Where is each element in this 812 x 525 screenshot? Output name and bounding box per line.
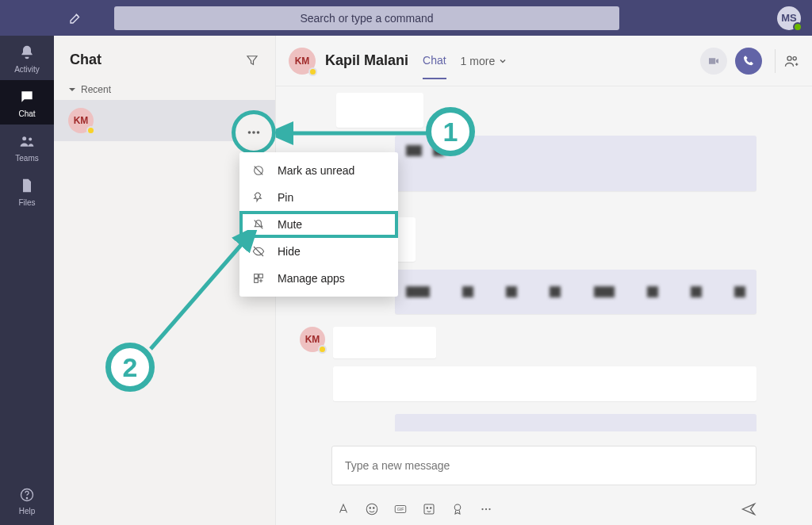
svg-point-3 [26,498,27,499]
praise-icon[interactable] [450,502,465,516]
compose-icon[interactable] [65,8,86,29]
svg-point-13 [431,508,432,509]
svg-point-19 [252,131,255,134]
annotation-step-1: 1 [426,107,475,156]
message-bubble [333,366,756,401]
svg-point-14 [454,504,461,511]
svg-point-7 [370,508,371,509]
svg-point-6 [366,504,377,515]
presence-available-icon [793,22,802,32]
sticker-icon[interactable] [422,502,436,516]
svg-point-8 [373,508,375,509]
section-recent[interactable]: Recent [54,78,275,100]
caret-down-icon [68,86,76,94]
presence-away-icon [308,67,317,76]
tab-chat[interactable]: Chat [423,54,446,79]
avatar: KM [300,327,325,352]
composer-toolbar: GIF [276,495,812,525]
rail-activity[interactable]: Activity [0,36,54,80]
message-bubble [395,270,756,314]
presence-away-icon [86,126,95,135]
presence-away-icon [318,345,327,354]
annotation-arrow-2 [143,230,270,365]
search-placeholder: Search or type a command [300,12,433,25]
svg-point-17 [488,508,490,510]
rail-chat[interactable]: Chat [0,80,54,125]
send-icon[interactable] [741,501,756,517]
conversation-title: Kapil Malani [325,52,408,69]
avatar: KM [289,48,316,75]
current-user-avatar[interactable]: MS [777,6,801,30]
svg-point-15 [481,508,483,510]
annotation-step-2: 2 [105,343,155,392]
svg-point-4 [787,56,791,60]
message-composer[interactable]: Type a new message [331,446,756,485]
audio-call-button[interactable] [735,48,762,75]
svg-point-16 [485,508,487,510]
menu-pin[interactable]: Pin [239,184,398,211]
svg-point-0 [22,136,26,140]
format-icon[interactable] [336,502,350,516]
svg-rect-11 [424,504,434,514]
rail-files[interactable]: Files [0,169,54,213]
annotation-arrow-1 [276,121,435,152]
chat-icon [18,88,36,105]
teams-icon [18,132,36,150]
app-rail: Activity Chat Teams Files [0,36,54,525]
svg-point-18 [248,131,251,134]
conversation-header: KM Kapil Malani Chat 1 more [276,36,812,86]
add-people-button[interactable] [775,49,799,73]
message-bubble [333,327,436,358]
emoji-icon[interactable] [365,502,379,516]
more-icon[interactable] [479,502,493,516]
svg-point-20 [257,131,260,134]
svg-point-5 [793,56,796,59]
title-bar: Search or type a command MS [0,0,812,36]
gif-icon[interactable]: GIF [393,502,408,516]
avatar: KM [68,108,94,133]
svg-point-12 [427,508,428,509]
pin-icon [252,191,266,204]
search-input[interactable]: Search or type a command [114,6,619,30]
composer-placeholder: Type a new message [345,459,450,472]
chat-list-title: Chat [70,52,102,68]
participants-dropdown[interactable]: 1 more [461,55,508,67]
rail-help[interactable]: Help [19,479,36,525]
mute-icon [252,218,266,231]
svg-point-1 [29,138,32,141]
menu-mark-unread[interactable]: Mark as unread [239,157,398,184]
files-icon [18,177,36,194]
svg-text:GIF: GIF [397,507,404,512]
unread-icon [252,164,266,177]
chevron-down-icon [498,56,508,66]
message-bubble [395,414,756,431]
help-icon [19,487,35,503]
chat-more-options-button[interactable] [232,110,276,155]
rail-teams[interactable]: Teams [0,125,54,169]
bell-icon [18,44,36,61]
filter-icon[interactable] [245,53,259,67]
video-call-button[interactable] [700,48,727,75]
